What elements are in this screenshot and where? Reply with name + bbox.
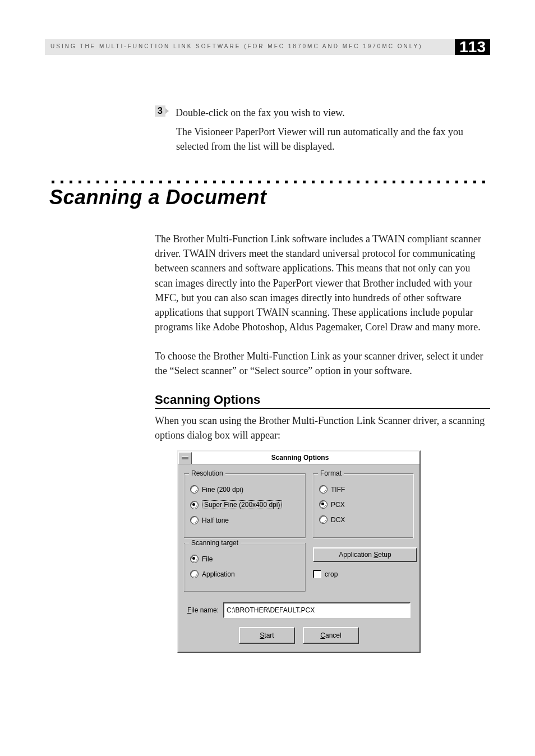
- running-head-text: USING THE MULTI-FUNCTION LINK SOFTWARE (…: [45, 39, 455, 55]
- radio-pcx-label: PCX: [331, 501, 345, 509]
- dotted-rule: [45, 181, 490, 183]
- step-number-badge: 3: [155, 105, 169, 117]
- radio-target-file-label: File: [202, 555, 213, 563]
- radio-dcx-label: DCX: [331, 516, 345, 524]
- running-header: USING THE MULTI-FUNCTION LINK SOFTWARE (…: [45, 39, 490, 55]
- radio-super-fine-label: Super Fine (200x400 dpi): [202, 500, 282, 509]
- radio-fine[interactable]: Fine (200 dpi): [190, 485, 300, 494]
- start-button[interactable]: Start: [239, 627, 295, 644]
- dialog-titlebar: Scanning Options: [178, 451, 419, 464]
- section-paragraph-2: To choose the Brother Multi-Function Lin…: [155, 349, 490, 378]
- radio-icon: [190, 555, 199, 563]
- checkbox-crop[interactable]: crop: [313, 570, 417, 578]
- scanning-options-dialog: Scanning Options Resolution Fine (200 dp…: [177, 450, 421, 653]
- radio-target-app[interactable]: Application: [190, 570, 300, 578]
- checkbox-crop-label: crop: [325, 570, 338, 578]
- radio-dcx[interactable]: DCX: [319, 515, 408, 524]
- radio-icon: [319, 485, 328, 494]
- group-format: Format TIFF PCX DCX: [313, 473, 414, 538]
- step-3: 3 Double-click on the fax you wish to vi…: [155, 105, 490, 120]
- radio-icon: [190, 501, 199, 509]
- application-setup-button[interactable]: Application Setup: [313, 547, 417, 562]
- group-target: Scanning target File Application: [184, 543, 306, 592]
- radio-fine-label: Fine (200 dpi): [202, 486, 243, 494]
- radio-tiff[interactable]: TIFF: [319, 485, 408, 494]
- filename-value: C:\BROTHER\DEFAULT.PCX: [227, 606, 315, 614]
- system-menu-icon: [182, 457, 188, 459]
- radio-tiff-label: TIFF: [331, 486, 345, 494]
- radio-target-app-label: Application: [202, 570, 235, 578]
- chevron-right-icon: [165, 108, 169, 114]
- radio-icon: [319, 500, 328, 509]
- radio-halftone-label: Half tone: [202, 517, 229, 524]
- radio-pcx[interactable]: PCX: [319, 500, 408, 509]
- cancel-button[interactable]: Cancel: [303, 627, 359, 644]
- checkbox-icon: [313, 570, 321, 578]
- radio-icon: [319, 515, 328, 524]
- radio-icon: [190, 570, 199, 578]
- section-paragraph-3: When you scan using the Brother Multi-Fu…: [155, 413, 490, 442]
- radio-icon: [190, 485, 199, 494]
- radio-halftone[interactable]: Half tone: [190, 516, 300, 524]
- radio-icon: [190, 516, 199, 524]
- section-paragraph-1: The Brother Multi-Function Link software…: [155, 232, 490, 334]
- group-resolution: Resolution Fine (200 dpi) Super Fine (20…: [184, 473, 306, 538]
- section-heading: Scanning a Document: [49, 186, 490, 209]
- group-target-legend: Scanning target: [189, 539, 241, 547]
- dialog-title: Scanning Options: [193, 454, 419, 462]
- group-resolution-legend: Resolution: [189, 469, 225, 477]
- system-menu-button[interactable]: [178, 452, 192, 464]
- radio-target-file[interactable]: File: [190, 555, 300, 563]
- step-3-text: Double-click on the fax you wish to view…: [176, 105, 345, 120]
- radio-super-fine[interactable]: Super Fine (200x400 dpi): [190, 500, 300, 509]
- page-number: 113: [455, 39, 490, 55]
- step-3-followup: The Visioneer PaperPort Viewer will run …: [176, 125, 490, 154]
- filename-input[interactable]: C:\BROTHER\DEFAULT.PCX: [223, 602, 411, 618]
- subheading-rule: [155, 408, 490, 409]
- subheading-scanning-options: Scanning Options: [155, 393, 490, 407]
- filename-label: File name:: [187, 606, 219, 614]
- group-format-legend: Format: [318, 469, 344, 477]
